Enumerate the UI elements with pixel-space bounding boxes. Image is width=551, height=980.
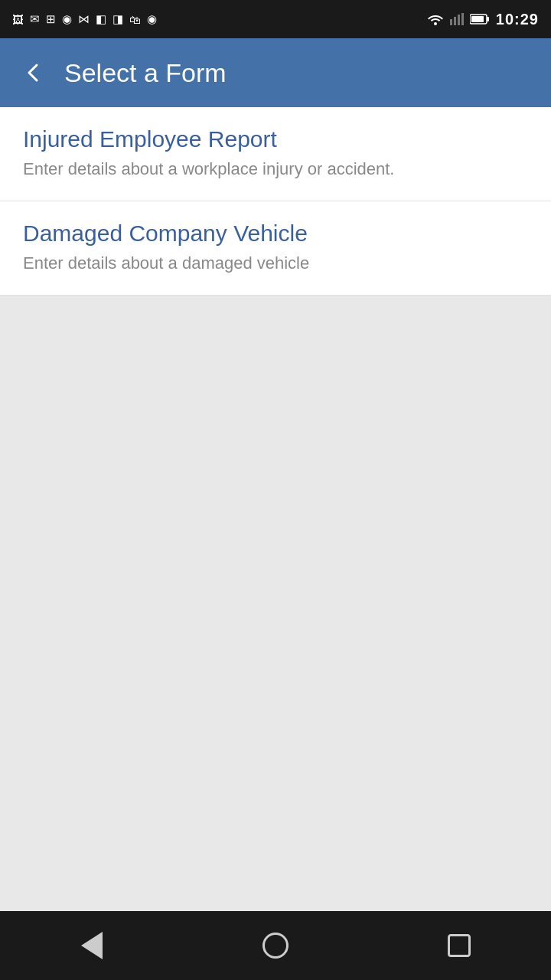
recents-nav-icon	[448, 934, 471, 957]
app-bar: Select a Form	[0, 38, 551, 107]
empty-area	[0, 296, 551, 801]
back-button[interactable]	[15, 56, 49, 90]
gallery-icon: 🖼	[12, 13, 24, 26]
svg-rect-3	[458, 15, 460, 25]
status-bar-right: 10:29	[427, 11, 539, 28]
nav-back-button[interactable]	[61, 923, 122, 969]
status-bar: 🖼 ✉ ⊞ ◉ ⋈ ◧ ◨ 🛍 ◉ 10:29	[0, 0, 551, 38]
store-icon: 🛍	[129, 13, 141, 26]
status-bar-left: 🖼 ✉ ⊞ ◉ ⋈ ◧ ◨ 🛍 ◉	[12, 12, 157, 26]
back-nav-icon	[81, 932, 103, 959]
android2-icon: ◉	[147, 12, 157, 26]
form-item-title-0: Injured Employee Report	[23, 126, 528, 153]
nav-home-button[interactable]	[245, 923, 306, 969]
flipboard2-icon: ◨	[112, 12, 123, 26]
wifi-icon	[427, 13, 444, 25]
svg-rect-1	[450, 19, 452, 25]
flipboard1-icon: ◧	[96, 12, 106, 26]
form-item-desc-0: Enter details about a workplace injury o…	[23, 159, 528, 179]
svg-rect-6	[487, 17, 489, 21]
android-icon: ◉	[62, 12, 72, 26]
svg-rect-7	[471, 16, 484, 22]
share-icon: ⋈	[78, 12, 90, 26]
form-item-desc-1: Enter details about a damaged vehicle	[23, 253, 528, 273]
nav-recents-button[interactable]	[429, 923, 490, 969]
home-nav-icon	[262, 933, 289, 959]
page-title: Select a Form	[64, 58, 227, 88]
svg-rect-4	[461, 13, 464, 25]
svg-point-0	[434, 22, 437, 25]
email-icon: ✉	[30, 12, 40, 26]
nav-bar	[0, 911, 551, 980]
svg-rect-2	[454, 17, 456, 25]
layers-icon: ⊞	[46, 12, 56, 26]
form-item-title-1: Damaged Company Vehicle	[23, 220, 528, 247]
form-item-injured-employee[interactable]: Injured Employee Report Enter details ab…	[0, 107, 551, 201]
battery-icon	[470, 14, 490, 24]
form-list: Injured Employee Report Enter details ab…	[0, 107, 551, 296]
signal-icon	[450, 13, 464, 25]
time-display: 10:29	[496, 11, 539, 28]
form-item-damaged-vehicle[interactable]: Damaged Company Vehicle Enter details ab…	[0, 201, 551, 296]
